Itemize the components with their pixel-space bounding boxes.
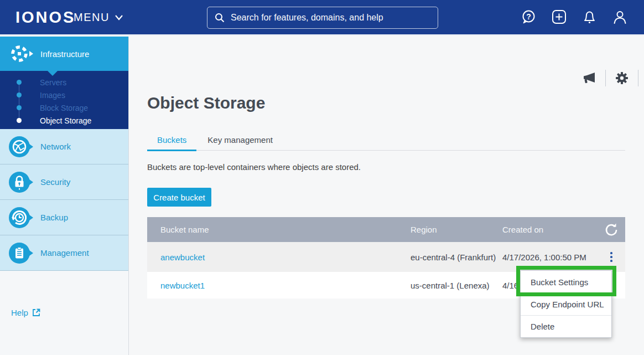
top-navigation-bar: IONOS MENU ? [0, 0, 644, 35]
global-search[interactable] [207, 7, 438, 29]
tab-bar: Buckets Key management [147, 130, 625, 151]
sidebar-item-security[interactable]: Security [0, 164, 128, 200]
bucket-link[interactable]: newbucket1 [160, 281, 205, 290]
column-bucket-name: Bucket name [147, 225, 411, 234]
search-input[interactable] [231, 13, 431, 23]
tab-key-management[interactable]: Key management [198, 130, 283, 150]
page-title: Object Storage [147, 94, 265, 112]
region-cell: us-central-1 (Lenexa) [411, 281, 502, 290]
sidebar-subitem-servers[interactable]: Servers [0, 76, 128, 89]
divider [605, 70, 606, 86]
region-cell: eu-central-4 (Frankfurt) [411, 253, 502, 262]
sidebar-item-network[interactable]: Network [0, 129, 128, 164]
gear-icon[interactable] [615, 71, 629, 85]
external-link-icon [32, 308, 40, 317]
sidebar-item-management[interactable]: Management [0, 235, 128, 271]
search-icon [214, 12, 225, 23]
shield-lock-icon [9, 172, 30, 193]
menu-item-copy-endpoint-url[interactable]: Copy Endpoint URL [521, 293, 611, 315]
table-header: Bucket name Region Created on [147, 217, 625, 242]
row-actions-kebab-icon[interactable] [608, 250, 615, 264]
menu-button[interactable]: MENU [74, 11, 123, 24]
tab-buckets[interactable]: Buckets [147, 130, 196, 151]
bullet-icon [17, 92, 22, 97]
infrastructure-icon [9, 43, 30, 64]
bullet-icon [17, 80, 22, 85]
management-clipboard-icon [9, 243, 30, 264]
bucket-context-menu: Bucket Settings Copy Endpoint URL Delete [520, 270, 612, 338]
menu-item-bucket-settings[interactable]: Bucket Settings [521, 271, 611, 293]
bullet-icon [17, 118, 22, 123]
sidebar-subitem-object-storage[interactable]: Object Storage [0, 114, 128, 127]
help-bubble-icon[interactable]: ? [521, 9, 536, 24]
help-link[interactable]: Help [11, 308, 40, 317]
column-created-on: Created on [502, 225, 598, 234]
sidebar-item-label: Infrastructure [40, 49, 89, 59]
sidebar-navigation: Infrastructure Servers Images Block Stor… [0, 37, 129, 355]
svg-text:?: ? [526, 12, 531, 21]
divider [638, 70, 638, 86]
sidebar-item-infrastructure[interactable]: Infrastructure [0, 37, 128, 71]
menu-label: MENU [74, 11, 110, 24]
bucket-link[interactable]: anewbucket [160, 253, 205, 262]
page-description: Buckets are top-level containers where o… [147, 162, 361, 172]
main-content: Object Storage Buckets Key management Bu… [129, 37, 644, 355]
ionos-logo: IONOS [15, 8, 75, 27]
refresh-icon[interactable] [605, 223, 625, 236]
megaphone-icon[interactable] [582, 71, 596, 85]
bullet-icon [17, 105, 22, 110]
add-icon[interactable] [552, 9, 567, 24]
menu-item-delete[interactable]: Delete [521, 315, 611, 337]
sidebar-subitem-block-storage[interactable]: Block Storage [0, 101, 128, 114]
create-bucket-button[interactable]: Create bucket [147, 188, 211, 207]
sidebar-item-backup[interactable]: Backup [0, 200, 128, 235]
created-cell: 4/17/2026, 1:00:50 PM [502, 253, 598, 262]
infrastructure-submenu: Servers Images Block Storage Object Stor… [0, 71, 128, 129]
chevron-down-icon [115, 14, 123, 21]
sidebar-subitem-images[interactable]: Images [0, 89, 128, 101]
table-row: anewbucket eu-central-4 (Frankfurt) 4/17… [147, 242, 625, 272]
column-region: Region [411, 225, 502, 234]
notifications-bell-icon[interactable] [582, 9, 597, 24]
network-icon [9, 136, 30, 157]
user-icon[interactable] [612, 9, 627, 24]
backup-clock-icon [9, 207, 30, 228]
